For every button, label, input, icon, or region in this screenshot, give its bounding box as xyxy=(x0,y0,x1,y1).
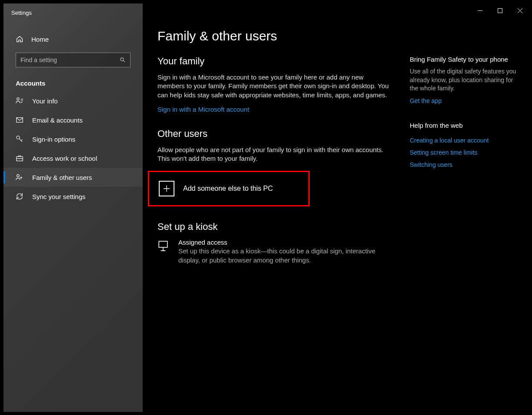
help-link-create-user[interactable]: Creating a local user account xyxy=(410,137,519,144)
add-user-label: Add someone else to this PC xyxy=(183,185,273,193)
family-icon xyxy=(16,173,23,181)
sidebar: Settings Home Accounts Your info Email &… xyxy=(3,3,143,412)
svg-point-0 xyxy=(120,58,124,61)
your-family-heading: Your family xyxy=(157,56,392,67)
assigned-access-button[interactable]: Assigned access Set up this device as a … xyxy=(157,239,392,265)
nav-access-work[interactable]: Access work or school xyxy=(3,149,143,168)
maximize-button[interactable] xyxy=(490,3,510,17)
help-block: Help from the web Creating a local user … xyxy=(410,122,519,168)
kiosk-icon xyxy=(157,240,169,252)
settings-window: Settings Home Accounts Your info Email &… xyxy=(3,3,530,412)
your-family-body: Sign in with a Microsoft account to see … xyxy=(157,73,392,100)
home-label: Home xyxy=(31,36,49,43)
help-link-switching[interactable]: Switching users xyxy=(410,161,519,168)
minimize-button[interactable] xyxy=(470,3,490,17)
nav-family-users[interactable]: Family & other users xyxy=(3,168,143,187)
section-label: Accounts xyxy=(3,67,143,91)
svg-rect-2 xyxy=(17,118,23,123)
nav-sync-settings[interactable]: Sync your settings xyxy=(3,187,143,206)
main-content: Family & other users Your family Sign in… xyxy=(143,3,530,412)
other-users-block: Other users Allow people who are not par… xyxy=(157,128,392,207)
briefcase-icon xyxy=(16,154,23,162)
svg-rect-6 xyxy=(498,8,502,13)
home-button[interactable]: Home xyxy=(3,30,143,48)
nav-label: Sync your settings xyxy=(32,193,86,200)
plus-icon xyxy=(163,185,171,193)
other-users-heading: Other users xyxy=(157,128,392,139)
nav-signin-options[interactable]: Sign-in options xyxy=(3,129,143,149)
user-info-icon xyxy=(16,97,23,105)
family-safety-body: Use all of the digital safety features y… xyxy=(410,67,519,93)
minimize-icon xyxy=(478,8,482,13)
email-icon xyxy=(16,116,23,124)
nav-label: Your info xyxy=(32,97,58,105)
search-icon xyxy=(120,57,126,63)
window-title: Settings xyxy=(3,3,143,16)
your-family-block: Your family Sign in with a Microsoft acc… xyxy=(157,56,392,113)
titlebar-controls xyxy=(470,3,530,17)
plus-box xyxy=(159,181,174,196)
sync-icon xyxy=(16,193,23,200)
close-button[interactable] xyxy=(510,3,530,17)
get-app-link[interactable]: Get the app xyxy=(410,97,519,104)
home-icon xyxy=(16,35,23,43)
svg-point-1 xyxy=(17,98,19,100)
nav-label: Access work or school xyxy=(32,155,97,162)
maximize-icon xyxy=(498,8,502,13)
help-link-screen-time[interactable]: Setting screen time limits xyxy=(410,149,519,156)
close-icon xyxy=(518,8,522,13)
nav-your-info[interactable]: Your info xyxy=(3,91,143,110)
nav-email-accounts[interactable]: Email & accounts xyxy=(3,110,143,129)
family-safety-title: Bring Family Safety to your phone xyxy=(410,56,519,63)
content-side: Bring Family Safety to your phone Use al… xyxy=(410,56,519,279)
family-safety-block: Bring Family Safety to your phone Use al… xyxy=(410,56,519,104)
svg-point-3 xyxy=(17,136,20,139)
kiosk-block: Set up a kiosk Assigned access Set up th… xyxy=(157,221,392,265)
nav-label: Email & accounts xyxy=(32,116,83,124)
page-title: Family & other users xyxy=(157,29,530,43)
assigned-access-desc: Set up this device as a kiosk—this could… xyxy=(178,247,392,265)
help-title: Help from the web xyxy=(410,122,519,129)
search-box[interactable] xyxy=(16,53,130,67)
svg-rect-7 xyxy=(159,241,167,247)
kiosk-heading: Set up a kiosk xyxy=(157,221,392,232)
assigned-access-title: Assigned access xyxy=(178,239,392,246)
content-main: Your family Sign in with a Microsoft acc… xyxy=(157,56,392,279)
nav-label: Sign-in options xyxy=(32,136,75,143)
key-icon xyxy=(16,135,23,143)
nav-label: Family & other users xyxy=(32,174,92,181)
other-users-body: Allow people who are not part of your fa… xyxy=(157,146,392,163)
svg-point-5 xyxy=(17,175,19,177)
search-input[interactable] xyxy=(20,56,120,63)
signin-link[interactable]: Sign in with a Microsoft account xyxy=(157,106,249,113)
add-user-button[interactable]: Add someone else to this PC xyxy=(148,171,310,206)
